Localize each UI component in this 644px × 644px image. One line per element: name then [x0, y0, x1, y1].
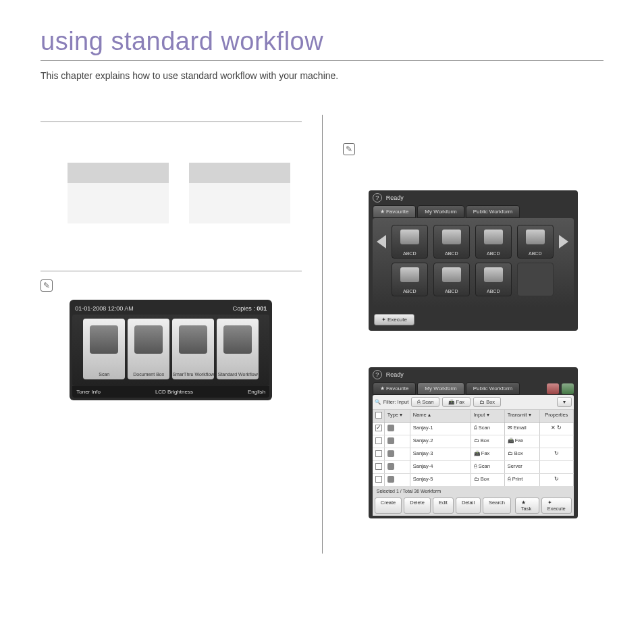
menu-standard-workflow[interactable]: Standard Workflow — [217, 319, 259, 379]
filter-fax-button[interactable]: 📠 Fax — [442, 397, 471, 407]
tab-favourite[interactable]: ★ Favourite — [373, 205, 417, 218]
workform-tile[interactable]: ABCD — [475, 225, 512, 259]
delete-button[interactable]: Delete — [404, 498, 431, 514]
section-divider — [41, 271, 302, 271]
filter-scan-button[interactable]: ⎙ Scan — [411, 397, 439, 407]
col-input[interactable]: Input ▾ — [471, 410, 505, 422]
col-transmit[interactable]: Transmit ▾ — [505, 410, 540, 422]
datetime-label: 01-01-2008 12:00 AM — [75, 305, 134, 312]
my-workform-screenshot: ? Ready ★ Favourite My Workform Public W… — [369, 367, 578, 518]
note-block: ✎ — [41, 279, 302, 292]
action-badge-icon[interactable] — [547, 383, 559, 394]
search-button[interactable]: Search — [483, 498, 511, 514]
section-divider — [41, 122, 302, 122]
table-header: Type ▾ Name ▴ Input ▾ Transmit ▾ Propert… — [373, 410, 574, 423]
placeholder-images — [68, 163, 302, 223]
main-menu-screenshot: 01-01-2008 12:00 AM Copies : 001 Scan Do… — [70, 300, 272, 400]
table-row[interactable]: Sanjay-1 ⎙ Scan ✉ Email ✕ ↻ — [373, 423, 574, 435]
lcd-brightness-button[interactable]: LCD Brightness — [155, 389, 193, 395]
execute-button[interactable]: ✦ Execute — [541, 498, 572, 514]
tab-public-workform[interactable]: Public Workform — [466, 205, 520, 218]
row-checkbox[interactable] — [375, 476, 382, 483]
create-button[interactable]: Create — [375, 498, 402, 514]
workform-tile[interactable]: ABCD — [433, 263, 470, 296]
table-row[interactable]: Sanjay-3 📠 Fax 🗀 Box ↻ — [373, 448, 574, 461]
filter-menu-button[interactable]: ▾ — [557, 397, 572, 407]
left-column: ✎ 01-01-2008 12:00 AM Copies : 001 Scan … — [41, 115, 302, 554]
note-block: ✎ — [343, 143, 604, 155]
col-name[interactable]: Name ▴ — [410, 410, 471, 422]
type-icon — [387, 476, 394, 483]
column-divider — [322, 115, 323, 554]
filter-label: Filter: Input — [383, 399, 409, 405]
col-type[interactable]: Type ▾ — [385, 410, 410, 422]
workform-tile[interactable]: ABCD — [475, 263, 512, 296]
placeholder-image-1 — [68, 163, 169, 223]
workform-tile[interactable]: ABCD — [392, 263, 428, 296]
col-properties: Properties — [540, 410, 574, 422]
type-icon — [387, 450, 394, 457]
tab-favourite[interactable]: ★ Favourite — [373, 382, 417, 395]
placeholder-image-2 — [189, 163, 290, 223]
edit-button[interactable]: Edit — [433, 498, 454, 514]
task-button[interactable]: ★ Task — [515, 498, 539, 514]
note-icon: ✎ — [343, 143, 355, 155]
toner-info-button[interactable]: Toner Info — [76, 389, 101, 395]
help-icon[interactable]: ? — [373, 193, 382, 203]
table-row[interactable]: Sanjay-4 ⎙ Scan Server — [373, 461, 574, 474]
status-ready: Ready — [386, 194, 404, 201]
detail-button[interactable]: Detail — [456, 498, 481, 514]
tab-my-workform[interactable]: My Workform — [417, 382, 464, 395]
row-checkbox[interactable] — [375, 450, 382, 457]
type-icon — [387, 425, 394, 431]
workform-tile[interactable]: ABCD — [433, 225, 470, 259]
row-checkbox[interactable] — [375, 437, 382, 444]
table-row[interactable]: Sanjay-5 🗀 Box ⎙ Print ↻ — [373, 474, 574, 487]
tab-public-workform[interactable]: Public Workform — [466, 382, 520, 395]
selection-status: Selected 1 / Total 36 Workform — [375, 489, 443, 493]
copies-value: 001 — [257, 305, 267, 312]
table-row[interactable]: Sanjay-2 🗀 Box 📠 Fax — [373, 435, 574, 448]
prev-arrow-icon[interactable] — [377, 235, 386, 248]
execute-button[interactable]: ✦ Execute — [374, 314, 414, 325]
two-column-layout: ✎ 01-01-2008 12:00 AM Copies : 001 Scan … — [41, 115, 603, 554]
copies-label: Copies : — [233, 305, 255, 312]
workform-tile[interactable]: ABCD — [517, 225, 554, 259]
help-icon[interactable]: ? — [373, 370, 382, 379]
menu-documentbox[interactable]: Document Box — [128, 319, 169, 379]
tab-my-workform[interactable]: My Workform — [417, 205, 464, 218]
note-icon: ✎ — [41, 279, 53, 292]
type-icon — [387, 437, 394, 444]
status-ready: Ready — [386, 371, 404, 378]
intro-text: This chapter explains how to use standar… — [41, 70, 603, 81]
row-checkbox[interactable] — [375, 425, 382, 431]
right-column: ✎ ? Ready ★ Favourite My Workform Public… — [343, 115, 604, 554]
row-checkbox[interactable] — [375, 463, 382, 470]
menu-smarthru[interactable]: SmarThru Workflow — [172, 319, 214, 379]
favourite-tab-screenshot: ? Ready ★ Favourite My Workform Public W… — [369, 190, 578, 331]
menu-scan[interactable]: Scan — [83, 319, 125, 379]
workform-tile[interactable]: ABCD — [392, 225, 428, 259]
type-icon — [387, 463, 394, 470]
checkbox-all[interactable] — [375, 412, 382, 419]
page-title: using standard workflow — [41, 27, 603, 61]
filter-box-button[interactable]: 🗀 Box — [473, 397, 501, 407]
action-badge-icon[interactable] — [562, 383, 574, 394]
workform-tile-empty — [517, 263, 554, 296]
language-button[interactable]: English — [248, 389, 265, 395]
next-arrow-icon[interactable] — [559, 235, 568, 248]
